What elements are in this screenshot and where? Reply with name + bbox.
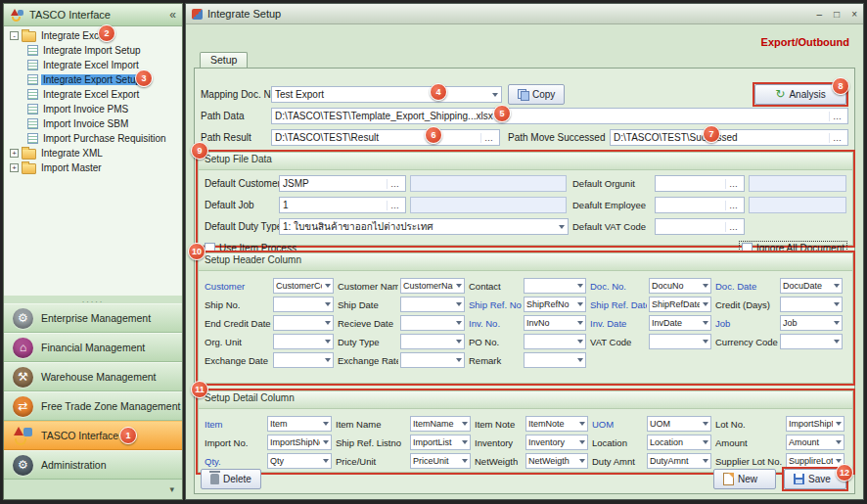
save-button[interactable]: Save [784,469,846,489]
nav-item-financial-management[interactable]: ⌂Financial Management [4,333,182,362]
header-combo-end-credit-date[interactable] [273,315,334,331]
delete-button[interactable]: Delete [201,469,261,489]
header-combo-ship-date[interactable] [400,297,465,312]
nav-item-tasco-interface[interactable]: TASCO Interface [4,421,182,450]
detail-combo-import-no[interactable]: ImportShipNo [267,435,332,450]
browse-icon[interactable]: … [387,179,402,189]
header-combo-exchange-rate[interactable] [400,352,465,368]
header-combo-job[interactable]: Job [780,315,843,331]
detail-combo-uom[interactable]: UOM [647,416,711,432]
chevron-down-icon [703,284,708,288]
analysis-button[interactable]: ↻ Analysis [754,84,846,105]
header-combo-contact[interactable] [524,278,586,294]
header-combo-inv-date[interactable]: InvDate [649,315,711,331]
nav-item-free-trade-zone-management[interactable]: ⇄Free Trade Zone Management [4,391,182,421]
default-customer-name-field [410,175,567,192]
close-button[interactable]: × [851,9,857,20]
header-combo-vat-code[interactable] [649,334,711,349]
header-combo-ship-no[interactable] [273,297,334,312]
header-combo-doc-date[interactable]: DocuDate [780,278,843,294]
tree-item-import-purchase-requisition[interactable]: Import Purchase Requisition [4,131,182,146]
mapping-doc-no-combo[interactable]: Test Export [271,86,502,103]
browse-icon[interactable]: … [725,222,741,232]
default-customer-input[interactable]: JSMP … [279,175,406,192]
path-result-input[interactable]: D:\TASCO\TEST\Result … [271,129,500,146]
header-combo-customer[interactable]: CustomerCode [273,278,334,294]
nav-overflow-button[interactable]: ▾ [4,480,182,499]
setup-tab-panel: Mapping Doc. No. Test Export Copy ↻ [194,68,855,494]
header-combo-org-unit[interactable] [273,334,334,349]
tree-item-import-invoice-sbm[interactable]: Import Invoice SBM [4,116,182,131]
header-combo-recieve-date[interactable] [400,315,465,331]
sidebar-title: TASCO Interface [29,9,111,21]
detail-label-duty-amnt: Duty Amnt [590,456,645,467]
expander-icon[interactable]: - [10,31,19,40]
header-label-vat-code: VAT Code [588,337,647,347]
browse-icon[interactable]: … [829,112,844,121]
tree-item-label: Import Purchase Requisition [41,133,168,144]
path-data-input[interactable]: D:\TASCO\TEST\Template_Export_Shipping..… [271,108,848,124]
header-combo-duty-type[interactable] [400,334,465,349]
new-button[interactable]: New [713,469,776,489]
tree-item-integrate-export-setup[interactable]: Integrate Export Setup [4,72,182,87]
detail-combo-location[interactable]: Location [647,435,711,450]
tree-item-integrate-excel-export[interactable]: Integrate Excel Export [4,87,182,102]
header-combo-doc-no[interactable]: DocuNo [649,278,711,294]
collapse-sidebar-button[interactable]: « [169,8,176,22]
minimize-button[interactable]: – [817,9,823,20]
expander-icon[interactable]: + [10,149,19,158]
tree-item-import-invoice-pms[interactable]: Import Invoice PMS [4,102,182,116]
nav-item-administration[interactable]: ⚙Administration [4,450,182,480]
copy-button[interactable]: Copy [508,84,565,105]
header-combo-exchange-date[interactable] [273,352,334,368]
detail-combo-item-name[interactable]: ItemName [410,416,471,432]
default-orgunit-input[interactable]: … [655,175,745,192]
default-vat-code-input[interactable]: … [655,218,745,235]
detail-combo-item-note[interactable]: ItemNote [525,416,588,432]
chevron-down-icon [836,422,842,426]
header-combo-currency-code[interactable] [780,334,843,349]
nav-item-enterprise-management[interactable]: ⚙Enterprise Management [4,303,182,333]
tree-item-integrate-excel[interactable]: -Integrate Excel [4,28,182,43]
default-duty-type-combo[interactable]: 1: ใบขนสินค้าขาออกไปต่างประเทศ [279,218,569,235]
detail-combo-ship-ref-listno[interactable]: ImportList [410,435,471,450]
tab-setup[interactable]: Setup [200,52,248,69]
detail-combo-lot-no[interactable]: ImportShipNo [786,416,844,432]
header-label-exchange-rate: Exchange Rate [336,355,398,366]
browse-icon[interactable]: … [725,179,741,189]
default-job-input[interactable]: 1 … [279,197,406,213]
header-combo-inv-no[interactable]: InvNo [524,315,586,331]
tree-item-integrate-import-setup[interactable]: Integrate Import Setup [4,43,182,58]
footer-bar: Delete New Save [201,467,848,491]
header-combo-remark[interactable] [524,352,586,368]
header-combo-credit-days[interactable] [780,297,843,312]
expander-icon[interactable]: + [10,163,19,172]
browse-icon[interactable]: … [725,201,741,210]
maximize-button[interactable]: □ [834,9,840,20]
header-combo-po-no[interactable] [524,334,586,349]
header-combo-customer-name[interactable]: CustomerName [400,278,465,294]
detail-combo-amount[interactable]: Amount [786,435,844,450]
header-combo-ship-ref-date[interactable]: ShipRefDate [649,297,711,312]
detail-label-location: Location [590,437,645,448]
folder-icon [22,31,36,42]
sidebar-splitter[interactable]: ..... [4,296,182,303]
header-combo-ship-ref-no[interactable]: ShipRefNo [524,297,586,312]
tree-item-import-master[interactable]: +Import Master [4,160,182,175]
browse-icon[interactable]: … [829,133,844,143]
default-employee-input[interactable]: … [655,197,745,213]
nav-item-warehouse-management[interactable]: ⚒Warehouse Management [4,362,182,391]
browse-icon[interactable]: … [387,201,402,210]
tree-item-integrate-excel-import[interactable]: Integrate Excel Import [4,58,182,72]
nav-item-label: Financial Management [41,342,145,353]
bank-circle-icon: ⌂ [13,338,33,358]
path-result-label: Path Result [201,132,271,143]
browse-icon[interactable]: … [480,133,496,143]
detail-combo-inventory[interactable]: Inventory [525,435,588,450]
spreadsheet-icon [27,74,38,85]
chevron-down-icon [834,284,840,288]
combo-value: Job [783,318,831,328]
tree-item-integrate-xml[interactable]: +Integrate XML [4,146,182,160]
detail-combo-item[interactable]: Item [267,416,332,432]
path-move-input[interactable]: D:\TASCO\TEST\Successed … [610,129,848,146]
